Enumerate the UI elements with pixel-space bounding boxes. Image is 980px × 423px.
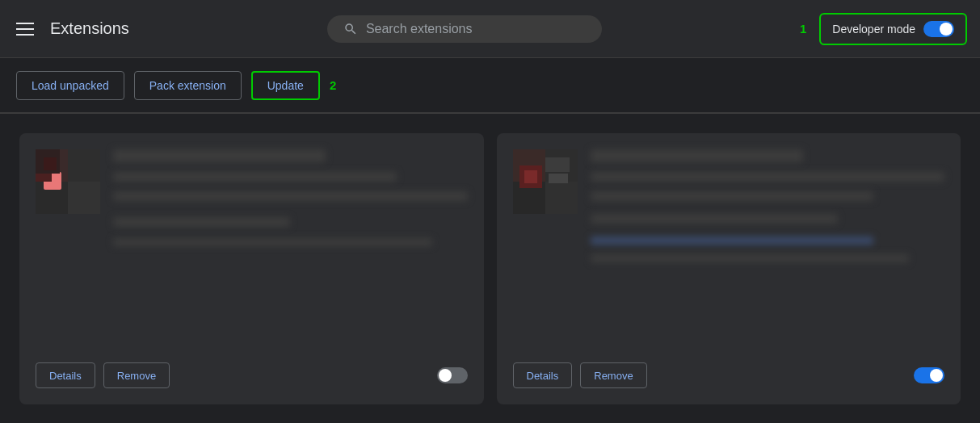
ext-content-2	[513, 149, 945, 350]
developer-mode-toggle[interactable]	[923, 21, 954, 37]
step1-badge: 1	[800, 22, 806, 36]
extension-icon-2	[513, 149, 578, 214]
extension-card: Details Remove	[19, 133, 484, 404]
search-input[interactable]	[366, 22, 586, 36]
ext-desc-blur-2b	[591, 191, 874, 201]
ext-name-blur-2	[591, 149, 803, 162]
remove-button-2[interactable]: Remove	[580, 362, 646, 388]
ext-toggle-1[interactable]	[437, 367, 468, 383]
toggle-thumb-1	[439, 369, 452, 382]
developer-mode-label: Developer mode	[832, 23, 915, 36]
pack-extension-button[interactable]: Pack extension	[134, 71, 242, 100]
ext-toggle-2[interactable]	[914, 367, 944, 383]
svg-rect-16	[545, 157, 570, 172]
search-input-wrapper	[327, 15, 602, 43]
ext-version-blur	[113, 217, 290, 227]
ext-info-2	[591, 149, 945, 350]
ext-extra-blur-2	[591, 214, 839, 224]
header-right: 1 Developer mode	[800, 13, 967, 45]
update-button[interactable]: Update	[251, 71, 320, 100]
extensions-grid: Details Remove	[0, 114, 980, 423]
svg-rect-4	[68, 182, 100, 214]
developer-mode-box: Developer mode	[819, 13, 967, 45]
toggle-thumb	[940, 23, 953, 36]
toolbar: Load unpacked Pack extension Update 2	[0, 58, 980, 113]
remove-button-1[interactable]: Remove	[103, 362, 170, 388]
svg-rect-17	[549, 174, 568, 183]
svg-rect-8	[44, 157, 57, 170]
step2-badge: 2	[330, 78, 336, 92]
ext-desc-blur	[113, 172, 397, 182]
page-title: Extensions	[50, 19, 129, 38]
ext-desc-blur2	[113, 191, 468, 201]
svg-rect-15	[524, 170, 537, 183]
toggle-thumb-2	[930, 369, 943, 382]
load-unpacked-button[interactable]: Load unpacked	[16, 71, 124, 100]
ext-info	[113, 149, 468, 350]
menu-button[interactable]	[13, 19, 37, 39]
svg-rect-2	[68, 149, 100, 182]
details-button-2[interactable]: Details	[513, 362, 573, 388]
ext-desc-blur-2a	[591, 172, 945, 182]
search-bar	[129, 15, 800, 43]
search-icon	[343, 22, 358, 36]
ext-content	[36, 149, 468, 350]
ext-name-blur	[113, 149, 326, 162]
svg-rect-13	[545, 182, 578, 214]
ext-icon-svg-1	[36, 149, 100, 214]
ext-id-blur-2	[591, 254, 910, 262]
header: Extensions 1 Developer mode	[0, 0, 980, 58]
ext-footer: Details Remove	[36, 362, 468, 388]
details-button-1[interactable]: Details	[36, 362, 95, 388]
ext-id-blur	[113, 238, 432, 246]
extension-card-2: Details Remove	[497, 133, 961, 404]
ext-icon-svg-2	[513, 149, 578, 214]
ext-link-blur-2	[591, 237, 874, 245]
extension-icon	[36, 149, 100, 214]
header-left: Extensions	[13, 19, 129, 39]
ext-footer-2: Details Remove	[513, 362, 945, 388]
